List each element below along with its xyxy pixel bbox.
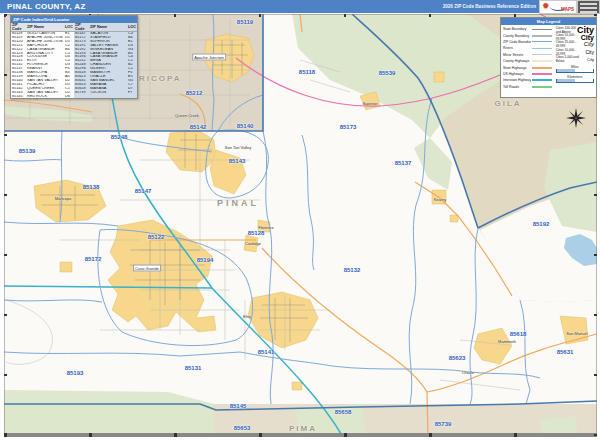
city-label-coolidge: Coolidge bbox=[245, 241, 261, 246]
zip-label-85653: 85653 bbox=[234, 425, 251, 431]
city-label-san-manuel: San Manuel bbox=[566, 331, 587, 336]
city-label-maricopa: Maricopa bbox=[55, 196, 71, 201]
zip-label-85138: 85138 bbox=[83, 184, 100, 190]
city-label-kearny: Kearny bbox=[434, 197, 447, 202]
zip-label-85137: 85137 bbox=[395, 160, 412, 166]
edition-stamp bbox=[577, 0, 600, 14]
city-label-superior: Superior bbox=[362, 101, 377, 106]
zip-label-85631: 85631 bbox=[557, 349, 574, 355]
zip-label-85193: 85193 bbox=[67, 370, 84, 376]
zip-label-85145: 85145 bbox=[230, 403, 247, 409]
map-legend: Map Legend State BoundaryCounty Boundary… bbox=[500, 17, 597, 98]
zip-label-85248: 85248 bbox=[111, 134, 128, 140]
zip-label-85143: 85143 bbox=[229, 158, 246, 164]
legend-city-item: Cities 5,000 and BelowCity bbox=[556, 56, 594, 63]
scale-bar-miles: Miles bbox=[556, 65, 594, 73]
city-label-mammoth: Mammoth bbox=[498, 339, 516, 344]
zip-label-85142: 85142 bbox=[190, 124, 207, 130]
zip-label-85140: 85140 bbox=[237, 123, 254, 129]
zip-label-85132: 85132 bbox=[344, 267, 361, 273]
col-zip-code: ZIP Code bbox=[11, 23, 26, 32]
zip-index-row: 85145RED ROCKD6 bbox=[11, 95, 137, 99]
city-label-apache-junction: Apache Junction bbox=[192, 54, 226, 61]
col-zip-name: ZIP Name bbox=[26, 23, 64, 32]
city-label-casa-grande: Casa Grande bbox=[133, 265, 161, 272]
logo-text: MAPS bbox=[561, 7, 574, 12]
edition-label: 2026 ZIP Code Business Reference Edition bbox=[443, 4, 536, 9]
city-label-san-tan-valley: San Tan Valley bbox=[225, 145, 251, 150]
title-bar: PINAL COUNTY, AZ 2026 ZIP Code Business … bbox=[0, 0, 600, 13]
grid-ticks-left bbox=[4, 14, 7, 437]
grid-ticks-bottom bbox=[4, 433, 597, 437]
zip-label-85173: 85173 bbox=[340, 124, 357, 130]
zip-label-85212: 85212 bbox=[186, 90, 203, 96]
city-label-oracle: Oracle bbox=[462, 370, 474, 375]
zip-label-85119: 85119 bbox=[237, 19, 253, 25]
zip-label-85658: 85658 bbox=[335, 409, 352, 415]
zip-code-map-page: { "title_bar": { "county_title": "PINAL … bbox=[0, 0, 600, 440]
county-label-pima: PIMA bbox=[289, 424, 317, 433]
map-frame: 8511985118855398521285142851408517385248… bbox=[0, 13, 600, 440]
col-loc: LOC bbox=[64, 23, 74, 32]
zip-label-85131: 85131 bbox=[185, 365, 202, 371]
zip-label-85618: 85618 bbox=[510, 331, 527, 337]
legend-line-item: Toll Roads bbox=[503, 84, 552, 90]
compass-rose-icon bbox=[566, 108, 586, 132]
scale-bar-kilometers: Kilometers bbox=[556, 75, 594, 83]
zip-table-header-row: ZIP Code ZIP Name LOC ZIP Code ZIP Name … bbox=[11, 23, 137, 32]
zip-label-85192: 85192 bbox=[533, 221, 550, 227]
zip-table-title: ZIP Code Index/Grid Locator bbox=[11, 16, 137, 23]
legend-city-items: Cities 100,000 and AboveCityCities 50,00… bbox=[554, 25, 596, 91]
col-zip-code-2: ZIP Code bbox=[74, 23, 89, 32]
zip-label-85194: 85194 bbox=[197, 257, 214, 263]
zip-label-85623: 85623 bbox=[449, 355, 466, 361]
zip-label-85118: 85118 bbox=[299, 69, 315, 75]
zip-label-85739: 85739 bbox=[435, 421, 452, 427]
zip-label-85122: 85122 bbox=[148, 234, 165, 240]
city-label-queen-creek: Queen Creek bbox=[175, 113, 199, 118]
zip-label-85147: 85147 bbox=[135, 188, 152, 194]
county-label-pinal: PINAL bbox=[217, 198, 259, 208]
logo-starburst-icon: ✹ bbox=[542, 1, 550, 11]
zip-label-85139: 85139 bbox=[19, 148, 36, 154]
city-label-florence: Florence bbox=[258, 225, 274, 230]
zip-label-85128: 85128 bbox=[248, 230, 265, 236]
city-label-eloy: Eloy bbox=[243, 314, 251, 319]
publisher-logo: ✹ MAPS bbox=[539, 0, 577, 14]
county-label-gila: GILA bbox=[494, 99, 521, 108]
zip-label-85172: 85172 bbox=[85, 256, 102, 262]
legend-line-items: State BoundaryCounty BoundaryZIP Code Bo… bbox=[501, 25, 554, 91]
col-zip-name-2: ZIP Name bbox=[89, 23, 127, 32]
col-loc-2: LOC bbox=[127, 23, 137, 32]
page-title: PINAL COUNTY, AZ bbox=[7, 2, 86, 11]
zip-label-85141: 85141 bbox=[258, 349, 275, 355]
zip-label-85539: 85539 bbox=[379, 70, 396, 76]
zip-index-table: ZIP Code Index/Grid Locator ZIP Code ZIP… bbox=[10, 15, 138, 99]
